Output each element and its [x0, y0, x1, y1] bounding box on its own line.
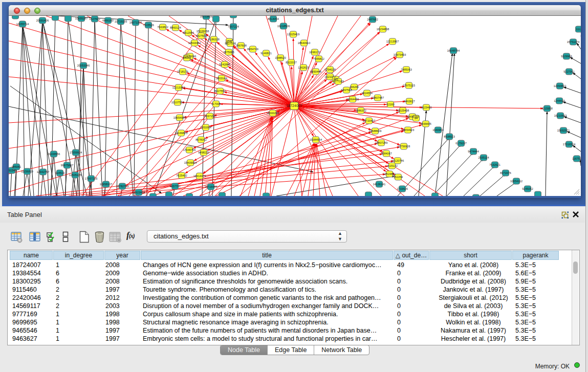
svg-text:8990448: 8990448 — [310, 70, 321, 73]
svg-text:13325419: 13325419 — [287, 33, 299, 36]
svg-text:99975867: 99975867 — [61, 164, 73, 167]
svg-text:10654112: 10654112 — [510, 180, 522, 183]
svg-text:12505135: 12505135 — [69, 173, 81, 177]
svg-text:16154838: 16154838 — [377, 28, 389, 31]
svg-text:12923448: 12923448 — [133, 191, 145, 194]
svg-text:18724007: 18724007 — [286, 104, 302, 107]
svg-text:17016504: 17016504 — [563, 143, 575, 146]
svg-text:9245052: 9245052 — [522, 187, 533, 190]
svg-text:9498222: 9498222 — [198, 151, 209, 154]
svg-text:252254: 252254 — [394, 176, 403, 179]
svg-text:15716485: 15716485 — [205, 185, 217, 188]
svg-text:10756928: 10756928 — [398, 145, 410, 148]
svg-text:1362615: 1362615 — [298, 66, 309, 69]
svg-text:6794028: 6794028 — [324, 68, 335, 71]
svg-text:1527602: 1527602 — [89, 17, 100, 20]
svg-text:2718176: 2718176 — [177, 70, 188, 73]
svg-text:317006: 317006 — [211, 102, 221, 105]
svg-text:17975115: 17975115 — [403, 84, 415, 87]
svg-text:19654985: 19654985 — [173, 116, 186, 119]
svg-text:8186328: 8186328 — [208, 38, 219, 41]
svg-text:8454749: 8454749 — [247, 48, 258, 51]
svg-text:985061: 985061 — [12, 165, 21, 168]
svg-text:7625402: 7625402 — [176, 174, 187, 177]
svg-text:8813054: 8813054 — [268, 17, 278, 20]
svg-text:746266: 746266 — [350, 85, 359, 89]
svg-text:116753: 116753 — [572, 157, 581, 160]
svg-text:18300295: 18300295 — [267, 112, 279, 115]
svg-text:12942757: 12942757 — [37, 170, 49, 173]
svg-text:15226058: 15226058 — [197, 30, 209, 33]
svg-text:9474444: 9474444 — [468, 150, 478, 153]
svg-text:62160: 62160 — [386, 103, 394, 106]
svg-text:10543362: 10543362 — [188, 41, 201, 45]
svg-text:19166825: 19166825 — [175, 132, 187, 135]
svg-text:9329966: 9329966 — [561, 55, 572, 58]
svg-text:10688609: 10688609 — [369, 129, 381, 133]
svg-text:17046766: 17046766 — [183, 148, 195, 151]
svg-text:8678352: 8678352 — [195, 138, 206, 141]
svg-text:6179197: 6179197 — [455, 142, 466, 145]
svg-text:6466160: 6466160 — [102, 19, 113, 22]
svg-text:3267150: 3267150 — [204, 115, 215, 118]
svg-text:14136141: 14136141 — [373, 183, 385, 186]
svg-text:7955812: 7955812 — [313, 57, 324, 60]
svg-text:84: 84 — [415, 117, 418, 120]
svg-text:16914479: 16914479 — [193, 174, 206, 178]
svg-text:9457791: 9457791 — [169, 185, 180, 188]
svg-text:1112: 1112 — [576, 28, 581, 31]
svg-text:10958107: 10958107 — [100, 183, 112, 186]
svg-text:1696170: 1696170 — [309, 51, 320, 54]
svg-text:16671355: 16671355 — [129, 21, 142, 24]
svg-text:2487682: 2487682 — [367, 18, 378, 21]
svg-text:7632621: 7632621 — [489, 163, 500, 166]
svg-text:10107553: 10107553 — [171, 101, 184, 104]
svg-text:1615132: 1615132 — [386, 164, 397, 167]
svg-text:7357224: 7357224 — [228, 25, 238, 28]
svg-text:2935114: 2935114 — [478, 156, 489, 159]
svg-text:9327503: 9327503 — [195, 34, 206, 37]
svg-text:1353394: 1353394 — [200, 126, 211, 129]
svg-text:15720407: 15720407 — [363, 119, 375, 122]
svg-text:1640954: 1640954 — [432, 128, 443, 132]
svg-text:1588520: 1588520 — [275, 56, 286, 59]
svg-text:10025438: 10025438 — [397, 109, 409, 112]
svg-text:3875685: 3875685 — [223, 51, 234, 54]
svg-text:7515526: 7515526 — [143, 24, 154, 27]
svg-text:9146821: 9146821 — [260, 52, 271, 55]
svg-text:12213967: 12213967 — [386, 40, 399, 43]
svg-text:19654923: 19654923 — [402, 128, 414, 132]
svg-text:20691406: 20691406 — [36, 19, 49, 22]
svg-text:9227341: 9227341 — [563, 70, 574, 73]
svg-text:1244415: 1244415 — [554, 99, 564, 102]
svg-text:16782759: 16782759 — [116, 185, 128, 188]
svg-text:10807487: 10807487 — [372, 96, 384, 99]
svg-text:12093872: 12093872 — [554, 84, 566, 87]
svg-text:14055714: 14055714 — [16, 23, 29, 26]
svg-text:8471676: 8471676 — [500, 171, 511, 174]
svg-text:9463627: 9463627 — [404, 100, 415, 103]
svg-text:15751074: 15751074 — [567, 40, 579, 43]
svg-text:7663822: 7663822 — [157, 26, 168, 29]
svg-text:7886372: 7886372 — [355, 109, 366, 112]
svg-text:8860124: 8860124 — [170, 26, 181, 29]
svg-text:9242845: 9242845 — [219, 63, 230, 66]
svg-text:9084067: 9084067 — [381, 152, 391, 155]
svg-text:15409934: 15409934 — [184, 161, 197, 164]
svg-text:98961: 98961 — [183, 56, 190, 59]
svg-text:19384554: 19384554 — [310, 138, 322, 141]
svg-text:20364436: 20364436 — [346, 98, 359, 101]
svg-text:16210643: 16210643 — [554, 114, 567, 117]
svg-text:6497568: 6497568 — [341, 89, 352, 92]
svg-text:9699695: 9699695 — [420, 122, 431, 125]
svg-text:10655287: 10655287 — [75, 17, 88, 20]
svg-text:20053346: 20053346 — [77, 64, 90, 67]
svg-text:16648784: 16648784 — [447, 49, 460, 52]
svg-text:9115460: 9115460 — [421, 106, 431, 109]
svg-text:991549: 991549 — [9, 169, 16, 172]
svg-text:20206556: 20206556 — [48, 152, 60, 156]
svg-text:8215958: 8215958 — [541, 107, 552, 110]
svg-text:17957225: 17957225 — [85, 177, 97, 180]
svg-text:16033809: 16033809 — [200, 16, 212, 18]
svg-text:18640910: 18640910 — [298, 41, 310, 45]
